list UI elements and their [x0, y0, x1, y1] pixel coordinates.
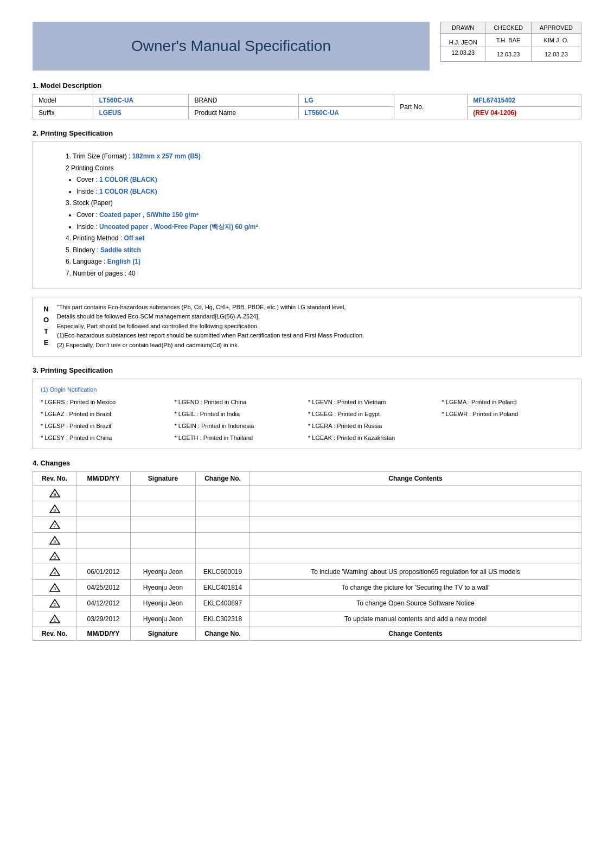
suffix-label: Suffix	[33, 107, 93, 119]
spec-stock-header: 3. Stock (Paper)	[66, 197, 570, 209]
spec-colors-header: 2 Printing Colors	[66, 163, 570, 175]
page-title: Owner's Manual Specification	[131, 37, 331, 55]
rev-cell-5: 5	[37, 551, 72, 561]
note-line-2: Details should be followed Eco-SCM manag…	[57, 312, 364, 322]
change-contents-4: To include 'Warning' about US propositio…	[250, 564, 581, 580]
change-date-3: 04/25/2012	[76, 580, 131, 596]
rev-triangle-4: 4	[49, 567, 61, 577]
change-contents-1: To update manual contents and add a new …	[250, 611, 581, 627]
change-contents-2: To change Open Source Software Notice	[250, 596, 581, 611]
rev-triangle-9: 9	[49, 488, 61, 498]
change-contents-3: To change the picture for 'Securing the …	[250, 580, 581, 596]
changes-header-row: Rev. No. MM/DD/YY Signature Change No. C…	[33, 472, 581, 486]
table-row: 2 04/12/2012 Hyeonju Jeon EKLC400897 To …	[33, 596, 581, 611]
footer-sig: Signature	[131, 627, 196, 641]
origin-7: * LGEWR : Printed in Poland	[442, 409, 574, 420]
productname-value: LT560C-UA	[299, 107, 394, 119]
change-no-2: EKLC400897	[196, 596, 250, 611]
model-value: LT560C-UA	[93, 94, 189, 107]
rev-value: (REV 04-1206)	[468, 107, 581, 119]
col-sig: Signature	[131, 472, 196, 486]
table-row: 5	[33, 548, 581, 564]
rev-triangle-6: 6	[49, 535, 61, 545]
rev-cell-4: 4	[37, 567, 72, 577]
section3-title: 3. Printing Specification	[33, 366, 581, 374]
brand-label: BRAND	[189, 94, 299, 107]
section2-title: 2. Printing Specification	[33, 129, 581, 137]
note-line-3: Especially, Part should be followed and …	[57, 322, 364, 331]
rev-cell-6: 6	[37, 535, 72, 545]
rev-cell-8: 8	[37, 504, 72, 514]
origin-3: * LGEMA : Printed in Poland	[442, 397, 574, 408]
table-row: 7	[33, 517, 581, 533]
title-box: Owner's Manual Specification	[33, 22, 430, 71]
change-sig-2: Hyeonju Jeon	[131, 596, 196, 611]
note-line-4: (1)Eco-hazardous substances test report …	[57, 331, 364, 341]
change-sig-4: Hyeonju Jeon	[131, 564, 196, 580]
rev-cell-9: 9	[37, 488, 72, 498]
spec-cover-stock: Cover : Coated paper , S/White 150 g/m²	[76, 209, 570, 221]
footer-date: MM/DD/YY	[76, 627, 131, 641]
header-area: Owner's Manual Specification DRAWN CHECK…	[33, 22, 581, 71]
origin-14: * LGEAK : Printed in Kazakhstan	[308, 433, 440, 444]
origin-box: (1) Origin Notification * LGERS : Printe…	[33, 379, 581, 450]
productname-label: Product Name	[189, 107, 299, 119]
note-box: N O T E "This part contains Eco-hazardou…	[33, 297, 581, 356]
change-sig-3: Hyeonju Jeon	[131, 580, 196, 596]
note-line-5: (2) Especially, Don't use or contain lea…	[57, 341, 364, 350]
rev-triangle-3: 3	[49, 583, 61, 592]
footer-rev: Rev. No.	[33, 627, 76, 641]
approval-checked-name: T.H. BAE	[485, 34, 531, 47]
table-footer-row: Rev. No. MM/DD/YY Signature Change No. C…	[33, 627, 581, 641]
origin-10: * LGERA : Printed in Russia	[308, 421, 440, 432]
table-row: 4 06/01/2012 Hyeonju Jeon EKLC600019 To …	[33, 564, 581, 580]
table-row: 1 03/29/2012 Hyeonju Jeon EKLC302318 To …	[33, 611, 581, 627]
svg-text:4: 4	[53, 571, 56, 576]
approval-approved-name: KIM J. O.	[531, 34, 581, 47]
col-rev: Rev. No.	[33, 472, 76, 486]
table-row: 3 04/25/2012 Hyeonju Jeon EKLC401814 To …	[33, 580, 581, 596]
svg-text:5: 5	[53, 555, 56, 560]
origin-12: * LGESY : Printed in China	[41, 433, 172, 444]
rev-cell-1: 1	[37, 614, 72, 624]
rev-triangle-1: 1	[49, 614, 61, 624]
svg-text:7: 7	[53, 524, 56, 528]
partno-label: Part No.	[394, 94, 468, 119]
change-no-1: EKLC302318	[196, 611, 250, 627]
rev-triangle-8: 8	[49, 504, 61, 514]
approval-drawn-name: H.J. JEON	[441, 34, 485, 47]
origin-9: * LGEIN : Printed in Indonesia	[175, 421, 306, 432]
spec-language: 6. Language : English (1)	[66, 256, 570, 268]
change-date-4: 06/01/2012	[76, 564, 131, 580]
change-sig-1: Hyeonju Jeon	[131, 611, 196, 627]
section1-title: 1. Model Description	[33, 81, 581, 90]
approval-approved-date: 12.03.23	[531, 47, 581, 62]
note-content: "This part contains Eco-hazardous substa…	[57, 303, 364, 350]
note-label: N O T E	[41, 303, 52, 350]
approval-checked-date: 12.03.23	[485, 47, 531, 62]
origin-6: * LGEEG : Printed in Egypt	[308, 409, 440, 420]
partno-value: MFL67415402	[468, 94, 581, 107]
change-date-2: 04/12/2012	[76, 596, 131, 611]
approval-drawn-date: 12.03.23	[441, 47, 485, 62]
col-change-no: Change No.	[196, 472, 250, 486]
spec-cover-color: Cover : 1 COLOR (BLACK)	[76, 174, 570, 186]
origin-5: * LGEIL : Printed in India	[175, 409, 306, 420]
change-no-3: EKLC401814	[196, 580, 250, 596]
footer-contents: Change Contents	[250, 627, 581, 641]
svg-text:2: 2	[53, 602, 56, 607]
table-row: 6	[33, 533, 581, 548]
origin-1: * LGEND : Printed in China	[175, 397, 306, 408]
origin-grid: * LGERS : Printed in Mexico * LGEND : Pr…	[41, 397, 573, 443]
origin-0: * LGERS : Printed in Mexico	[41, 397, 172, 408]
origin-2: * LGEVN : Printed in Vietnam	[308, 397, 440, 408]
spec-method: 4. Printing Method : Off set	[66, 233, 570, 245]
spec-trim: 1. Trim Size (Format) : 182mm x 257 mm (…	[66, 151, 570, 163]
svg-text:1: 1	[53, 618, 56, 623]
col-date: MM/DD/YY	[76, 472, 131, 486]
rev-triangle-7: 7	[49, 520, 61, 529]
origin-8: * LGESP : Printed in Brazil	[41, 421, 172, 432]
approval-table: DRAWN CHECKED APPROVED H.J. JEON T.H. BA…	[440, 22, 581, 62]
model-label: Model	[33, 94, 93, 107]
rev-cell-2: 2	[37, 598, 72, 608]
